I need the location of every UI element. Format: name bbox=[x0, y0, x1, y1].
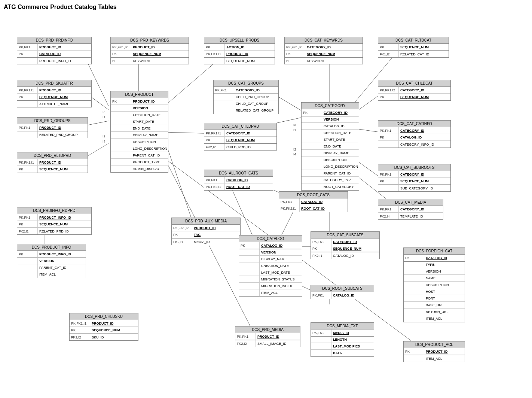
col-field: VERSION bbox=[38, 258, 86, 264]
col-key bbox=[378, 141, 399, 148]
col-field: SEQUENCE_NUM bbox=[225, 137, 276, 143]
svg-line-19 bbox=[165, 140, 195, 228]
table-header: DCS_PRD_PRDINFO bbox=[17, 37, 91, 44]
col-field: LAST_MODIFIED bbox=[331, 343, 374, 349]
side-label-i2-cat: I2 bbox=[293, 148, 296, 151]
col-key bbox=[404, 315, 424, 322]
col-key: PK,FK1 bbox=[311, 292, 331, 299]
col-key: PK,FK1 bbox=[17, 44, 38, 50]
col-field: VERSION bbox=[131, 105, 168, 111]
col-key bbox=[17, 58, 38, 64]
col-field: RELATED_PRD_GROUP bbox=[38, 131, 88, 138]
col-key: PK bbox=[111, 51, 131, 57]
col-key bbox=[302, 143, 322, 149]
col-key bbox=[17, 258, 38, 264]
table-dcs-prd-rltdprd: DCS_PRD_RLTDPRD PK,FK1,I1 PRODUCT_ID PK … bbox=[17, 152, 88, 173]
col-key: I1 bbox=[285, 58, 305, 64]
col-key bbox=[302, 150, 322, 156]
col-field: DESCRIPTION bbox=[322, 157, 359, 163]
col-field: CATALOG_ID bbox=[300, 198, 348, 205]
table-header: DCS_CAT_CHLDCAT bbox=[378, 80, 450, 87]
table-dcs-cat-keywrds: DCS_CAT_KEYWRDS PK,FK1,I2 CATEGORY_ID PK… bbox=[284, 37, 363, 64]
table-header: DCS_CATALOG bbox=[239, 236, 302, 242]
col-field: END_DATE bbox=[131, 125, 168, 131]
table-header: DCS_FOREIGN_CAT bbox=[404, 248, 465, 255]
col-key bbox=[239, 276, 260, 282]
col-key: PK,FK1,I1 bbox=[204, 130, 225, 136]
col-key: PK,FK1,I1 bbox=[70, 320, 90, 326]
side-label-i4-cat: I4 bbox=[293, 152, 296, 156]
col-key: PK bbox=[302, 109, 322, 116]
col-key: PK,FK1 bbox=[378, 127, 399, 134]
col-field: CATEGORY_ID bbox=[399, 87, 450, 93]
col-key bbox=[404, 355, 424, 362]
col-key bbox=[404, 282, 424, 288]
col-field: CATEGORY_ID bbox=[225, 130, 276, 136]
col-field: SUB_CATEGORY_ID bbox=[399, 185, 450, 191]
col-field: SEQUENCE_NUM bbox=[38, 94, 91, 100]
col-key: PK,FK1 bbox=[17, 214, 38, 221]
table-header: DCS_ALLROOT_CATS bbox=[204, 170, 273, 177]
col-key: PK bbox=[378, 44, 399, 50]
col-key: PK,FK1 bbox=[17, 124, 38, 131]
col-field: CATEGORY_ID bbox=[399, 171, 450, 177]
col-key: PK,FK1,I2 bbox=[111, 44, 131, 50]
col-field: MIGRATION_INDEX bbox=[260, 283, 302, 289]
col-field: CHILD_PRD_GROUP bbox=[234, 94, 278, 100]
col-field: SMALL_IMAGE_ID bbox=[256, 340, 300, 347]
col-field: CATALOG_ID bbox=[322, 123, 359, 129]
col-key: PK bbox=[404, 348, 424, 355]
col-field: TYPE bbox=[424, 262, 465, 268]
col-field: CATEGORY_ID bbox=[234, 87, 278, 93]
table-header: DCS_CAT_CATINFO bbox=[378, 121, 450, 127]
table-dcs-cat-media: DCS_CAT_MEDIA PK,FK1 CATEGORY_ID FK2,I4 … bbox=[378, 199, 443, 220]
col-key bbox=[111, 145, 131, 152]
col-key: FK2,I2 bbox=[235, 340, 256, 347]
table-header: DCS_PRODUCT_INFO bbox=[17, 244, 86, 251]
col-field: SEQUENCE_NUM bbox=[38, 221, 91, 227]
col-field: PRODUCT_ID bbox=[38, 124, 88, 131]
col-key bbox=[111, 105, 131, 111]
col-field: PRODUCT_INFO_ID bbox=[38, 251, 86, 257]
table-header: DCS_CAT_CHLDPRD bbox=[204, 123, 276, 130]
diagram-container: DCS_PRD_PRDINFO PK,FK1 PRODUCT_ID PK CAT… bbox=[4, 16, 520, 398]
col-key: PK,FK1 bbox=[311, 329, 331, 336]
col-key: PK bbox=[404, 255, 424, 261]
col-field: RELATED_CAT_ID bbox=[399, 51, 449, 57]
col-key: PK,FK1 bbox=[311, 239, 331, 245]
col-key bbox=[404, 309, 424, 315]
col-field: SEQUENCE_NUM bbox=[399, 94, 450, 100]
side-label-i1-cat: I1 bbox=[293, 128, 296, 132]
col-key bbox=[404, 262, 424, 268]
table-header: DCS_MEDIA_TXT bbox=[311, 323, 374, 329]
table-dcs-cat-chldcat: DCS_CAT_CHLDCAT PK,FK1,I2 CATEGORY_ID PK… bbox=[378, 80, 451, 101]
col-key: FK2,I1 bbox=[172, 239, 192, 245]
table-header: DCS_CAT_MEDIA bbox=[378, 199, 443, 206]
side-label-i2: I2 bbox=[103, 134, 106, 138]
col-key bbox=[239, 283, 260, 289]
col-key: PK bbox=[17, 221, 38, 227]
table-header: DCS_PRD_AUX_MEDIA bbox=[172, 218, 240, 225]
col-key: PK bbox=[378, 94, 399, 100]
table-dcs-root-cats: DCS_ROOT_CATS PK,FK1 CATALOG_ID PK,FK2,I… bbox=[279, 191, 348, 212]
col-key: PK bbox=[285, 51, 305, 57]
col-field: CREATION_DATE bbox=[260, 262, 302, 269]
table-dcs-category: DCS_CATEGORY PK CATEGORY_ID VERSION CATA… bbox=[301, 102, 359, 191]
col-key bbox=[239, 269, 260, 276]
table-dcs-cat-catinfo: DCS_CAT_CATINFO PK,FK1 CATEGORY_ID PK CA… bbox=[378, 120, 451, 148]
col-key: PK,FK1,I1 bbox=[204, 51, 225, 57]
col-field: SEQUENCE_NUM bbox=[331, 245, 379, 252]
col-field: CATALOG_ID bbox=[424, 255, 465, 261]
col-key: PK,FK1 bbox=[214, 87, 234, 93]
table-header: DCS_ROOT_SUBCATS bbox=[311, 285, 374, 292]
col-key: PK bbox=[204, 44, 225, 50]
col-key: PK bbox=[17, 166, 38, 173]
col-key bbox=[214, 94, 234, 100]
col-field: RELATED_PRD_ID bbox=[38, 228, 91, 234]
col-field: PORT bbox=[424, 295, 465, 301]
col-field: PRODUCT_ID bbox=[225, 51, 275, 57]
col-key bbox=[214, 107, 234, 114]
table-dcs-cat-rltdcat: DCS_CAT_RLTDCAT PK SEQUENCE_NUM FK1,I2 R… bbox=[378, 37, 449, 58]
col-field: CATEGORY_ID bbox=[322, 109, 359, 116]
col-field: SEQUENCE_NUM bbox=[38, 166, 88, 173]
